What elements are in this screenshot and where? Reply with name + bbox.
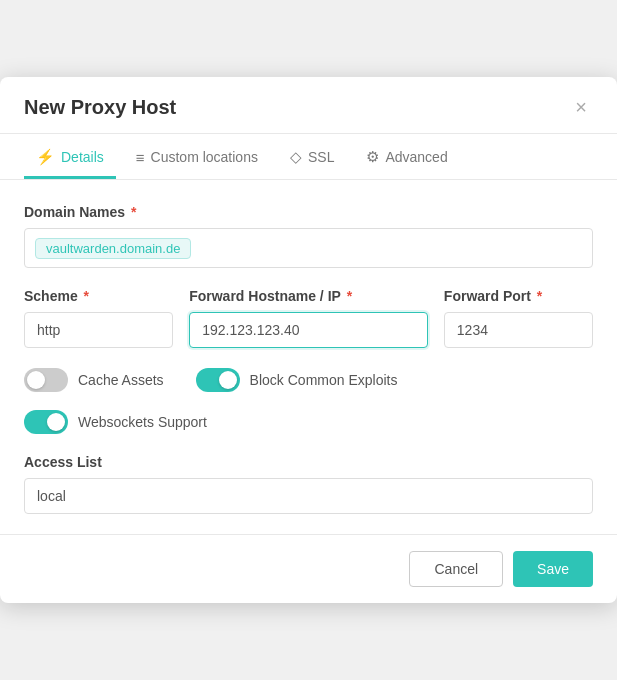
modal-body: Domain Names * vaultwarden.domain.de Sch…: [0, 180, 617, 514]
domain-names-label: Domain Names *: [24, 204, 593, 220]
scheme-input[interactable]: [24, 312, 173, 348]
modal: New Proxy Host × ⚡ Details ≡ Custom loca…: [0, 77, 617, 603]
tab-custom-locations[interactable]: ≡ Custom locations: [124, 134, 270, 179]
access-list-group: Access List: [24, 454, 593, 514]
cache-assets-label: Cache Assets: [78, 372, 164, 388]
modal-footer: Cancel Save: [0, 534, 617, 603]
modal-header: New Proxy Host ×: [0, 77, 617, 134]
ssl-icon: ◇: [290, 148, 302, 166]
cache-assets-toggle[interactable]: [24, 368, 68, 392]
forward-port-group: Forward Port *: [444, 288, 593, 348]
scheme-label: Scheme *: [24, 288, 173, 304]
tab-ssl[interactable]: ◇ SSL: [278, 134, 346, 179]
block-exploits-label: Block Common Exploits: [250, 372, 398, 388]
custom-locations-icon: ≡: [136, 149, 145, 166]
forward-hostname-input[interactable]: [189, 312, 428, 348]
websockets-thumb: [47, 413, 65, 431]
required-star: *: [127, 204, 136, 220]
block-exploits-toggle[interactable]: [196, 368, 240, 392]
advanced-icon: ⚙: [366, 148, 379, 166]
forward-hostname-group: Forward Hostname / IP *: [189, 288, 428, 348]
modal-title: New Proxy Host: [24, 96, 176, 119]
tab-bar: ⚡ Details ≡ Custom locations ◇ SSL ⚙ Adv…: [0, 134, 617, 180]
tab-advanced[interactable]: ⚙ Advanced: [354, 134, 459, 179]
scheme-hostname-port-row: Scheme * Forward Hostname / IP * Forward…: [24, 288, 593, 348]
cancel-button[interactable]: Cancel: [409, 551, 503, 587]
close-button[interactable]: ×: [569, 95, 593, 119]
tab-custom-locations-label: Custom locations: [151, 149, 258, 165]
forward-port-input[interactable]: [444, 312, 593, 348]
access-list-label: Access List: [24, 454, 593, 470]
forward-hostname-label: Forward Hostname / IP *: [189, 288, 428, 304]
domain-names-input[interactable]: vaultwarden.domain.de: [24, 228, 593, 268]
forward-port-label: Forward Port *: [444, 288, 593, 304]
access-list-input[interactable]: [24, 478, 593, 514]
block-exploits-thumb: [219, 371, 237, 389]
toggles-row: Cache Assets Block Common Exploits: [24, 368, 593, 392]
websockets-label: Websockets Support: [78, 414, 207, 430]
details-icon: ⚡: [36, 148, 55, 166]
websockets-row: Websockets Support: [24, 410, 593, 434]
tab-ssl-label: SSL: [308, 149, 334, 165]
tab-details-label: Details: [61, 149, 104, 165]
cache-assets-thumb: [27, 371, 45, 389]
tab-advanced-label: Advanced: [385, 149, 447, 165]
websockets-toggle[interactable]: [24, 410, 68, 434]
domain-names-group: Domain Names * vaultwarden.domain.de: [24, 204, 593, 268]
domain-tag: vaultwarden.domain.de: [35, 238, 191, 259]
save-button[interactable]: Save: [513, 551, 593, 587]
cache-assets-group: Cache Assets: [24, 368, 164, 392]
scheme-group: Scheme *: [24, 288, 173, 348]
block-exploits-group: Block Common Exploits: [196, 368, 398, 392]
tab-details[interactable]: ⚡ Details: [24, 134, 116, 179]
